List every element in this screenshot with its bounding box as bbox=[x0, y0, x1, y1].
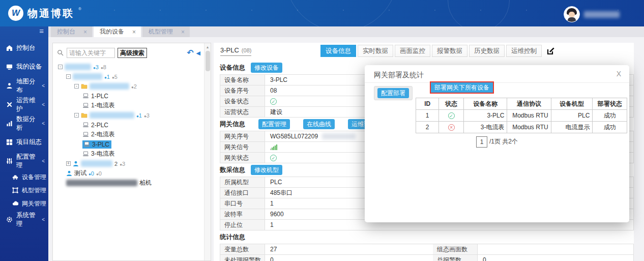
table-row: 1✓3-PLCModbus RTUPLC成功 bbox=[416, 110, 627, 122]
tree-node-2[interactable]: -●2 bbox=[56, 81, 203, 91]
tree-node-12[interactable]: 桩机 bbox=[56, 178, 203, 188]
tab-close-icon[interactable]: × bbox=[83, 28, 87, 36]
tree-node-6[interactable]: 2-PLC bbox=[56, 120, 203, 130]
detail-tab-4[interactable]: 历史数据 bbox=[469, 45, 505, 57]
tree-node-11[interactable]: 测试●0●0 bbox=[56, 168, 203, 178]
form-row-label: 所属机型 bbox=[220, 177, 265, 187]
sidebar-menu: 控制台我的设备地图分布<运营维护<数据分析<项目组态配置管理<设备管理机型管理网… bbox=[0, 39, 48, 229]
sidebar-item-4[interactable]: 数据分析< bbox=[0, 114, 48, 133]
sidebar-subitem-6-0[interactable]: 设备管理 bbox=[0, 170, 48, 184]
chevron-icon: < bbox=[42, 102, 45, 107]
sidebar-item-label: 控制台 bbox=[16, 44, 36, 52]
badge-count: 3 bbox=[96, 64, 99, 70]
detail-tab-0[interactable]: 设备信息 bbox=[320, 45, 356, 57]
expand-node-icon[interactable]: + bbox=[66, 161, 71, 166]
tree-node-10[interactable]: +2●3 bbox=[56, 159, 203, 168]
tree-node-label: 1-PLC bbox=[91, 93, 108, 100]
undo-icon[interactable]: ↶ bbox=[187, 49, 193, 56]
deploy-all-devices-button[interactable]: 部署网关下所有设备 bbox=[431, 82, 493, 93]
sidebar-item-6[interactable]: 配置管理< bbox=[0, 152, 48, 170]
window-tab-label: 控制台 bbox=[57, 27, 75, 36]
folder-icon bbox=[81, 112, 87, 118]
sidebar-item-3[interactable]: 运营维护< bbox=[0, 95, 48, 114]
detail-tab-3[interactable]: 报警数据 bbox=[432, 45, 467, 57]
tree-node-8[interactable]: 3-PLC bbox=[56, 139, 203, 149]
sidebar-item-5[interactable]: 项目组态 bbox=[0, 133, 48, 152]
table-head: ID状态设备名称通信协议设备机型部署状态 bbox=[416, 98, 627, 110]
sidebar-item-7[interactable]: 系统管理< bbox=[0, 210, 48, 229]
redacted-serial bbox=[322, 133, 356, 139]
section-button-0-0[interactable]: 修改设备 bbox=[251, 63, 282, 73]
window-tab-strip: 控制台×我的设备×机型管理× bbox=[48, 26, 644, 37]
logo-icon: W bbox=[8, 6, 23, 21]
top-bar: W 物通博联 ® bbox=[0, 0, 644, 26]
advanced-search-button[interactable]: 高级搜索 bbox=[118, 48, 147, 58]
badge-count: 8 bbox=[103, 64, 106, 70]
section-title: 数采信息 bbox=[220, 166, 245, 175]
deploy-button[interactable]: 配置部署 bbox=[377, 88, 409, 98]
sidebar-item-1[interactable]: 我的设备 bbox=[0, 57, 48, 76]
tree-node-3[interactable]: 1-PLC bbox=[56, 91, 203, 101]
modal-close-icon[interactable]: X bbox=[617, 70, 621, 78]
user-avatar[interactable] bbox=[564, 6, 580, 22]
search-input[interactable] bbox=[67, 48, 115, 58]
topbar-decoration bbox=[448, 0, 510, 26]
collapse-node-icon[interactable]: - bbox=[66, 74, 71, 79]
hamburger-icon[interactable]: ≡ bbox=[39, 27, 44, 35]
red-highlight-box: 部署网关下所有设备 bbox=[430, 81, 494, 94]
sidebar-subitem-label: 机型管理 bbox=[22, 186, 46, 195]
section-button-2-0[interactable]: 修改机型 bbox=[251, 165, 282, 175]
collapse-node-icon[interactable]: - bbox=[74, 84, 79, 89]
modal-divider bbox=[365, 82, 629, 83]
window-tab-1[interactable]: 我的设备× bbox=[94, 26, 141, 37]
detail-tab-2[interactable]: 画面监控 bbox=[395, 45, 430, 57]
stats-label: 组态画面数 bbox=[433, 244, 478, 254]
user-icon bbox=[66, 170, 72, 177]
device-tree: -●3●8-●1●5-●21-PLC1-电流表-●1●32-PLC2-电流表3-… bbox=[53, 61, 211, 188]
detail-tabs: 设备信息实时数据画面监控报警数据历史数据运维控制 bbox=[320, 45, 554, 57]
window-tab-label: 机型管理 bbox=[149, 27, 173, 36]
window-tab-0[interactable]: 控制台× bbox=[51, 26, 92, 37]
app-logo: W 物通博联 ® bbox=[8, 6, 81, 21]
sidebar-item-2[interactable]: 地图分布< bbox=[0, 76, 48, 95]
stats-label: 变量总数 bbox=[220, 244, 265, 254]
section-button-1-1[interactable]: 在线曲线 bbox=[303, 119, 335, 129]
chevron-icon: < bbox=[42, 158, 45, 164]
tree-node-9[interactable]: 3-电流表 bbox=[56, 149, 203, 159]
form-value-text: 9600 bbox=[270, 209, 284, 219]
collapse-node-icon[interactable]: - bbox=[58, 65, 63, 69]
sidebar-item-0[interactable]: 控制台 bbox=[0, 39, 48, 57]
sidebar-subitem-6-1[interactable]: 机型管理 bbox=[0, 184, 48, 197]
tree-node-4[interactable]: 1-电流表 bbox=[56, 101, 203, 110]
scrollbar-thumb[interactable] bbox=[206, 51, 210, 71]
page-number-box[interactable]: 1 bbox=[476, 136, 487, 148]
window-tab-2[interactable]: 机型管理× bbox=[142, 26, 190, 37]
collapse-node-icon[interactable]: - bbox=[74, 113, 79, 118]
status-ok-icon: ✓ bbox=[270, 155, 277, 161]
badge-count: 2 bbox=[114, 161, 118, 167]
count-badge: ●2 bbox=[131, 83, 137, 90]
tree-node-7[interactable]: 2-电流表 bbox=[56, 130, 203, 139]
cell-model: PLC bbox=[551, 110, 593, 122]
avatar-body bbox=[568, 17, 576, 22]
tree-scrollbar[interactable]: ▴ bbox=[204, 43, 211, 260]
redacted-node-name bbox=[66, 180, 137, 186]
sidebar-subitem-6-2[interactable]: 网关管理 bbox=[0, 197, 48, 210]
section-button-1-0[interactable]: 配置管理 bbox=[258, 119, 290, 129]
detail-tab-1[interactable]: 实时数据 bbox=[358, 45, 393, 57]
tab-close-icon[interactable]: × bbox=[132, 28, 136, 36]
badge-count: 0 bbox=[99, 170, 102, 177]
detail-tab-5[interactable]: 运维控制 bbox=[506, 45, 542, 57]
device-icon bbox=[82, 122, 89, 128]
tree-node-5[interactable]: -●1●3 bbox=[56, 110, 203, 120]
sidebar-subitem-label: 网关管理 bbox=[22, 199, 46, 208]
stats-row: 变量总数27组态画面数 bbox=[220, 244, 634, 255]
scroll-up-arrow[interactable]: ▴ bbox=[204, 43, 211, 49]
tab-close-icon[interactable]: × bbox=[181, 28, 185, 36]
collapse-panel-icon[interactable]: ◀ bbox=[196, 50, 200, 56]
sidebar-item-label: 系统管理 bbox=[16, 211, 38, 228]
edit-icon[interactable] bbox=[547, 47, 554, 55]
tree-node-0[interactable]: -●3●8 bbox=[56, 62, 203, 72]
my-devices-icon bbox=[6, 64, 13, 71]
tree-node-1[interactable]: -●1●5 bbox=[56, 72, 203, 81]
